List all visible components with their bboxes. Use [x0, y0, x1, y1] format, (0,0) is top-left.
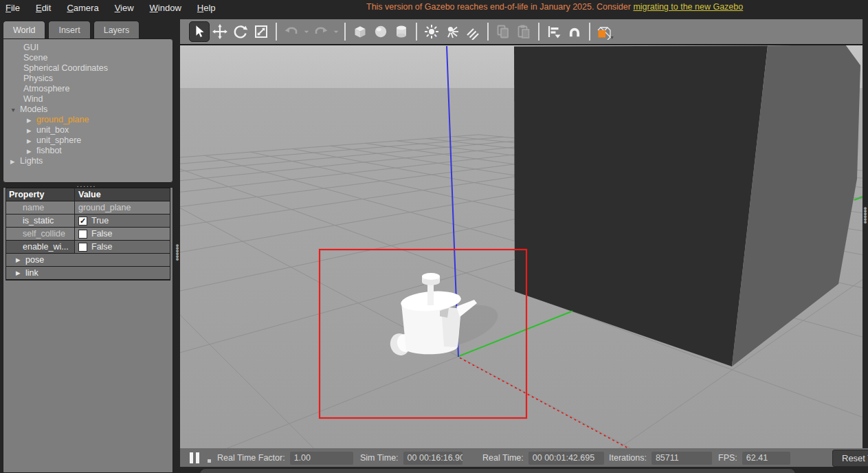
status-value: 00 00:01:42.695 — [528, 452, 604, 465]
world-tree: GUISceneSpherical CoordinatesPhysicsAtmo… — [3, 38, 173, 183]
paste-button[interactable] — [513, 21, 534, 42]
tree-item-label: unit_box — [36, 125, 69, 135]
undo-button[interactable] — [281, 21, 302, 42]
sphere-icon — [372, 23, 389, 40]
tab-layers[interactable]: Layers — [93, 21, 140, 38]
insert-cylinder-button[interactable] — [391, 21, 412, 42]
table-row-enable_wi[interactable]: enable_wi...False — [6, 241, 170, 254]
status-field-real: Real Time:00 00:01:42.695 — [482, 451, 604, 465]
toolbar-separator — [538, 23, 539, 41]
snap-button[interactable] — [564, 21, 585, 42]
table-row-self_collide[interactable]: self_collideFalse — [6, 228, 170, 241]
table-row-name[interactable]: nameground_plane — [6, 201, 170, 214]
tree-item-unit-box[interactable]: ▶unit_box — [3, 125, 173, 135]
panel-splitter-vertical[interactable]: ●●●●●● — [175, 244, 179, 261]
menu-view[interactable]: View — [115, 3, 134, 13]
tree-item-label: Physics — [23, 74, 53, 83]
undo-icon — [283, 23, 300, 40]
status-label: Real Time Factor: — [217, 453, 285, 463]
menu-window[interactable]: Window — [150, 3, 181, 13]
rotate-tool-button[interactable] — [230, 21, 251, 42]
tree-item-models[interactable]: ▼Models — [3, 104, 173, 115]
row-value-text: False — [91, 229, 113, 239]
caret-down-icon[interactable]: ▼ — [10, 105, 20, 116]
menu-help[interactable]: Help — [197, 3, 216, 13]
tree-item-physics[interactable]: Physics — [3, 74, 173, 84]
redo-icon — [313, 23, 329, 40]
toolbar-separator — [276, 23, 277, 41]
status-label: Sim Time: — [360, 453, 399, 463]
menu-file[interactable]: File — [5, 3, 20, 13]
redo-button[interactable] — [311, 21, 331, 42]
tab-insert[interactable]: Insert — [48, 21, 90, 38]
tree-item-label: Models — [20, 104, 47, 114]
row-value: False — [75, 228, 170, 240]
status-value: 00 00:16:16.904 — [403, 452, 463, 465]
row-label: name — [6, 201, 75, 214]
menu-edit[interactable]: Edit — [36, 3, 51, 13]
table-header-property: Property — [6, 188, 75, 201]
copy-button[interactable] — [493, 21, 513, 42]
caret-right-icon[interactable]: ▶ — [16, 256, 25, 263]
spot-light-icon — [444, 23, 460, 40]
checkbox-unchecked[interactable] — [78, 243, 87, 252]
window-splitter-handle[interactable]: ●●●●●● — [863, 207, 867, 223]
table-row-is_static[interactable]: is_static✓True — [6, 214, 170, 228]
undo-history-button[interactable] — [302, 21, 311, 42]
tree-item-atmosphere[interactable]: Atmosphere — [3, 84, 173, 94]
caret-right-icon[interactable]: ▶ — [27, 146, 36, 157]
insert-box-button[interactable] — [350, 21, 370, 42]
status-field-rtf: Real Time Factor:1.00 — [217, 451, 353, 465]
table-row-link[interactable]: ▶link — [6, 267, 170, 280]
scale-tool-button[interactable] — [251, 21, 271, 42]
align-button[interactable] — [544, 21, 564, 42]
insert-directional-light-button[interactable] — [463, 21, 483, 42]
caret-right-icon[interactable]: ▶ — [16, 270, 25, 276]
caret-right-icon[interactable]: ▶ — [27, 116, 36, 126]
tree-item-scene[interactable]: Scene — [3, 53, 173, 63]
align-icon — [546, 23, 562, 40]
tree-item-label: Spherical Coordinates — [23, 63, 108, 73]
left-panel: WorldInsertLayers GUISceneSpherical Coor… — [0, 15, 180, 473]
reset-time-button[interactable]: Reset Time — [832, 450, 868, 467]
insert-spot-light-button[interactable] — [442, 21, 463, 42]
eol-warning-link[interactable]: migrating to the new Gazebo — [633, 2, 743, 12]
tree-item-fishbot[interactable]: ▶fishbot — [3, 146, 173, 156]
checkbox-checked[interactable]: ✓ — [78, 217, 87, 226]
insert-point-light-button[interactable] — [421, 21, 442, 42]
translate-tool-button[interactable] — [210, 21, 230, 42]
tree-item-ground-plane[interactable]: ▶ground_plane — [3, 115, 173, 125]
scene-viewport[interactable] — [180, 45, 863, 448]
pause-button[interactable] — [190, 452, 202, 463]
directional-light-icon — [465, 23, 481, 40]
step-button[interactable] — [208, 459, 211, 463]
caret-right-icon[interactable]: ▶ — [10, 157, 20, 167]
view-angle-button[interactable]: ▾ — [594, 21, 615, 42]
select-tool-button[interactable] — [189, 21, 210, 42]
magnet-icon — [566, 23, 583, 40]
tab-world[interactable]: World — [3, 21, 45, 38]
statusbar: Reset Time Real Time Factor:1.00Sim Time… — [180, 448, 868, 468]
copy-icon — [495, 23, 511, 40]
toolbar-separator — [589, 23, 590, 41]
tree-item-unit-sphere[interactable]: ▶unit_sphere — [3, 135, 173, 146]
tree-item-wind[interactable]: Wind — [3, 94, 173, 104]
cursor-icon — [191, 23, 208, 40]
redo-history-button[interactable] — [331, 21, 340, 42]
tree-item-label: Wind — [23, 94, 43, 104]
checkbox-unchecked[interactable] — [78, 230, 87, 239]
toolbar: ▾LOG▾ — [180, 19, 863, 45]
tree-item-label: Lights — [20, 156, 43, 166]
row-value: False — [75, 241, 170, 253]
tree-item-spherical-coordinates[interactable]: Spherical Coordinates — [3, 63, 173, 74]
splitter-dots: ...... — [0, 183, 173, 186]
tree-item-lights[interactable]: ▶Lights — [3, 156, 173, 166]
paste-icon — [515, 23, 532, 40]
caret-right-icon[interactable]: ▶ — [27, 136, 36, 146]
tree-item-gui[interactable]: GUI — [3, 43, 173, 53]
status-field-iter: Iterations:85711 — [609, 451, 712, 465]
caret-right-icon[interactable]: ▶ — [27, 126, 36, 136]
menu-camera[interactable]: Camera — [67, 3, 98, 13]
table-row-pose[interactable]: ▶pose — [6, 254, 170, 267]
insert-sphere-button[interactable] — [370, 21, 391, 42]
